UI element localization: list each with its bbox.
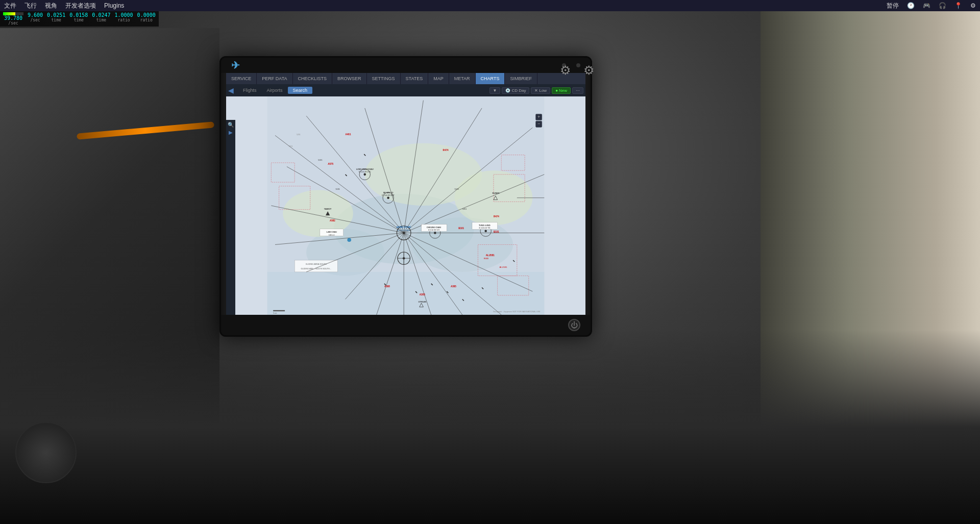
tab-perf-data[interactable]: PERF DATA [257, 73, 292, 84]
ctrl-new[interactable]: ● New [552, 87, 571, 94]
ctrl-cd-day[interactable]: 💿 CD Day [502, 87, 529, 94]
svg-text:−: − [537, 121, 540, 127]
menu-plugins[interactable]: Plugins [104, 2, 124, 9]
pause-button[interactable]: 暂停 [887, 2, 899, 10]
svg-text:5201: 5201 [462, 208, 467, 210]
sub-nav-flights[interactable]: Flights [238, 87, 262, 94]
sub-nav-search[interactable]: Search [288, 87, 313, 94]
cpu-time-stat: 0.0251 time [47, 12, 65, 26]
stats-bar: 39.780 /sec 9.600 /sec 0.0251 time 0.015… [0, 11, 159, 27]
svg-text:5101: 5101 [318, 159, 322, 161]
efb-screen: SERVICE PERF DATA CHECKLISTS BROWSER SET… [226, 73, 585, 315]
svg-text:CHEUNG CHAU: CHEUNG CHAU [427, 227, 442, 229]
svg-text:D 114.80 SMT: D 114.80 SMT [382, 194, 395, 196]
svg-text:LAM CHAU: LAM CHAU [327, 231, 337, 233]
nav-tabs: SERVICE PERF DATA CHECKLISTS BROWSER SET… [226, 73, 585, 84]
svg-text:5101: 5101 [455, 188, 459, 190]
svg-point-62 [363, 173, 366, 176]
icon-5[interactable]: ⚙ [970, 2, 976, 9]
circle-icon: ● [555, 88, 558, 93]
svg-text:A365: A365 [451, 286, 456, 288]
svg-text:+: + [537, 114, 540, 119]
ctrl-more[interactable]: ⋯ [572, 87, 583, 94]
svg-text:A575: A575 [328, 163, 333, 165]
svg-text:5101: 5101 [289, 145, 293, 147]
svg-text:D 116.10 HKG: D 116.10 HKG [398, 230, 410, 232]
power-button[interactable]: ⏻ [568, 319, 580, 331]
svg-point-74 [434, 232, 436, 234]
efb-logo: ✈ [231, 59, 240, 71]
icon-3[interactable]: 🎧 [939, 2, 946, 9]
bottom-cockpit [0, 330, 980, 524]
svg-point-79 [484, 230, 487, 232]
icon-4[interactable]: 📍 [954, 2, 962, 9]
svg-text:R474: R474 [494, 215, 499, 218]
filter-icon: ▼ [493, 88, 497, 93]
efb-top-strip: ✈ [221, 58, 591, 73]
svg-text:5101: 5101 [335, 188, 339, 190]
grnd-time-stat: 0.0247 time [92, 12, 110, 26]
menu-dev[interactable]: 开发者选项 [65, 2, 96, 10]
svg-text:B101: B101 [494, 231, 499, 233]
efb-settings-controls: ⚙ ⚙ [556, 61, 598, 80]
svg-text:ALU581: ALU581 [486, 254, 495, 257]
svg-text:D 113.20 LKC: D 113.20 LKC [359, 171, 371, 173]
svg-text:RUMOI: RUMOI [493, 192, 500, 194]
map-area: 🔍 ▶ [226, 96, 585, 315]
tab-browser[interactable]: BROWSER [332, 73, 367, 84]
fps-stat: 39.780 /sec [3, 12, 23, 26]
flit-ratio-stat: 1.0000 ratio [114, 12, 133, 26]
search-map-icon[interactable]: 🔍 [228, 122, 234, 128]
svg-text:D 116.10 TD: D 116.10 TD [479, 227, 491, 229]
tab-simbrief[interactable]: SIMBRIEF [505, 73, 537, 84]
svg-text:Navigraph · Jeppesen   NOT FOR: Navigraph · Jeppesen NOT FOR NAVIGATIONA… [493, 311, 541, 313]
tab-service[interactable]: SERVICE [226, 73, 257, 84]
menu-file[interactable]: 文件 [4, 2, 16, 10]
menu-view[interactable]: 视角 [45, 2, 57, 10]
svg-text:TAMOT: TAMOT [324, 208, 332, 210]
svg-text:A461: A461 [346, 133, 351, 136]
svg-point-72 [347, 238, 351, 242]
svg-text:TUNG LUNG: TUNG LUNG [479, 224, 491, 227]
nav-arrow-left[interactable]: ◀ [226, 86, 236, 94]
aeronautical-chart: GLIDING AREA SOUTH GLIDING ARE... SOUTH … [226, 96, 585, 315]
close-x-icon: ✕ [534, 88, 538, 93]
svg-text:B101: B101 [458, 227, 464, 230]
tab-states[interactable]: STATES [401, 73, 429, 84]
svg-text:OTKUM: OTKUM [418, 301, 426, 303]
svg-text:5 mi: 5 mi [273, 312, 277, 314]
svg-rect-102 [273, 310, 285, 311]
svg-text:A368: A368 [384, 286, 390, 288]
menubar: 文件 飞行 视角 开发者选项 Plugins 暂停 🕐 🎮 🎧 📍 ⚙ [0, 0, 980, 11]
icon-1[interactable]: 🕐 [907, 2, 915, 9]
svg-text:R889: R889 [484, 258, 488, 260]
settings-icon-1[interactable]: ⚙ [556, 61, 575, 80]
frame-stat: 9.600 /sec [28, 12, 43, 26]
gpu-time-stat: 0.0158 time [69, 12, 88, 26]
tab-map[interactable]: MAP [428, 73, 449, 84]
flit2-stat: 0.0000 ratio [137, 12, 156, 26]
tab-charts[interactable]: CHARTS [476, 73, 505, 84]
icon-2[interactable]: 🎮 [923, 2, 930, 9]
svg-text:5201: 5201 [297, 134, 301, 136]
instrument-circle [15, 422, 77, 483]
svg-point-66 [387, 196, 389, 199]
tab-metar[interactable]: METAR [449, 73, 476, 84]
svg-text:D 112.30 CH: D 112.30 CH [428, 229, 439, 231]
ctrl-low[interactable]: ✕ Low [531, 87, 550, 94]
svg-text:A365: A365 [420, 293, 425, 296]
tab-checklists[interactable]: CHECKLISTS [293, 73, 333, 84]
pan-icon[interactable]: ▶ [229, 130, 233, 135]
svg-text:R474: R474 [443, 149, 449, 152]
efb-bottom-strip: ⏻ [221, 315, 591, 335]
svg-rect-4 [267, 272, 545, 315]
tab-settings[interactable]: SETTINGS [367, 73, 401, 84]
menu-fly[interactable]: 飞行 [24, 2, 37, 10]
svg-text:A582: A582 [330, 219, 335, 222]
settings-icon-2[interactable]: ⚙ [580, 61, 598, 80]
svg-text:190 LC: 190 LC [329, 234, 335, 236]
efb-device: ✈ SERVICE PERF DATA CHECKLISTS BROWSER S… [219, 56, 592, 337]
map-sidebar: 🔍 ▶ [226, 120, 235, 315]
ctrl-filter[interactable]: ▼ [489, 87, 501, 94]
sub-nav-airports[interactable]: Airports [262, 87, 288, 94]
